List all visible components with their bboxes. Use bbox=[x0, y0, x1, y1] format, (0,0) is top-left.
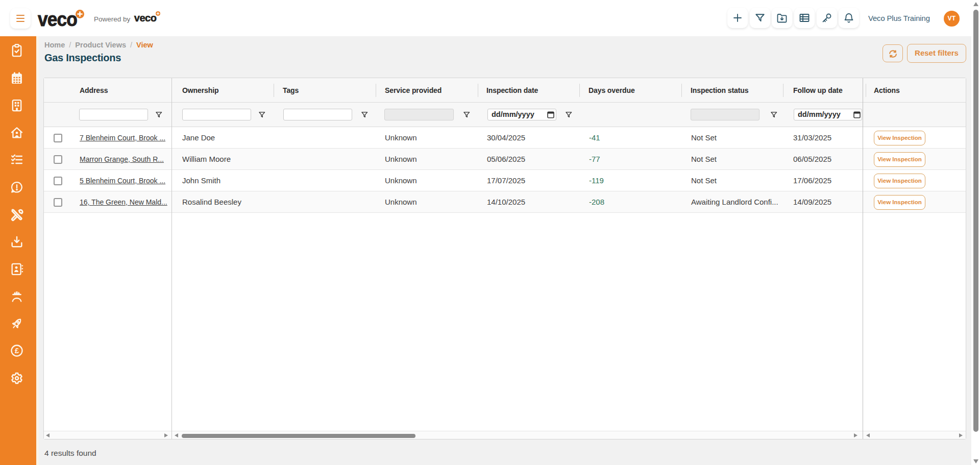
svg-text:£: £ bbox=[15, 347, 19, 355]
